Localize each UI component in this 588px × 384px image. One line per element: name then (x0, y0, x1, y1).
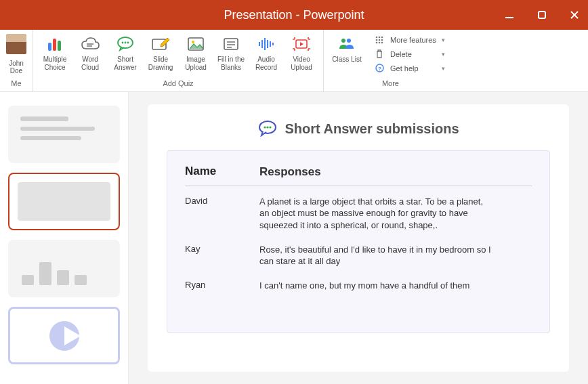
word-cloud-button[interactable]: Word Cloud (74, 33, 106, 77)
class-list-button[interactable]: Class List (329, 33, 364, 77)
short-answer-button[interactable]: Short Answer (109, 33, 142, 77)
pencil-slide-icon (151, 35, 170, 53)
audio-wave-icon (257, 35, 276, 53)
svg-rect-4 (48, 43, 51, 51)
window-title: Presentation - Powerpoint (224, 8, 364, 22)
svg-rect-1 (539, 12, 545, 18)
pie-chart-icon (49, 321, 79, 351)
responses-panel: Name Responses David A planet is a large… (167, 150, 550, 333)
speech-bubble-icon (257, 121, 278, 137)
form-lines-icon (222, 35, 240, 53)
slide-thumbnail-4[interactable] (8, 307, 120, 364)
slide-thumbnails (0, 92, 129, 384)
cloud-icon (81, 35, 100, 53)
svg-point-34 (381, 39, 383, 41)
video-icon (292, 35, 311, 53)
svg-point-29 (376, 37, 378, 39)
table-header: Name Responses (185, 165, 532, 186)
ribbon-group-me: John Doe Me (0, 30, 33, 91)
respondent-response: Rose, it's beautiful and I'd like to hav… (259, 244, 532, 268)
ribbon-group-quiz: Multiple Choice Word Cloud Short Answer … (33, 30, 323, 91)
table-row: David A planet is a large object that or… (185, 196, 532, 232)
multiple-choice-button[interactable]: Multiple Choice (39, 33, 71, 77)
title-bar: Presentation - Powerpoint (0, 0, 588, 30)
window-controls (503, 8, 581, 22)
slide-canvas: Short Answer submissions Name Responses … (129, 92, 588, 384)
svg-point-37 (381, 42, 383, 44)
svg-point-33 (379, 39, 381, 41)
close-button[interactable] (568, 8, 581, 22)
respondent-name: Kay (185, 244, 259, 254)
speech-bubble-icon (116, 35, 135, 53)
respondent-name: David (185, 196, 259, 206)
svg-rect-5 (53, 39, 56, 51)
svg-point-41 (264, 126, 266, 128)
user-avatar[interactable] (6, 34, 26, 54)
more-features-button[interactable]: More features ▾ (371, 34, 448, 46)
grid-icon (374, 36, 385, 44)
svg-point-11 (125, 42, 127, 44)
slide-thumbnail-3[interactable] (8, 240, 120, 297)
chevron-down-icon: ▾ (442, 51, 445, 58)
svg-point-28 (347, 39, 351, 43)
respondent-response: A planet is a large object that orbits a… (259, 196, 532, 232)
slide: Short Answer submissions Name Responses … (148, 104, 569, 372)
table-row: Ryan I can't name one, but my mom have a… (185, 280, 532, 292)
get-help-button[interactable]: ? Get help ▾ (371, 62, 448, 74)
ribbon-group-label-me: Me (11, 77, 21, 91)
svg-rect-6 (58, 41, 61, 51)
bar-chart-icon (46, 35, 64, 53)
svg-point-43 (270, 126, 272, 128)
svg-point-30 (379, 37, 381, 39)
column-header-name: Name (185, 165, 259, 180)
svg-text:?: ? (378, 66, 381, 72)
svg-point-27 (341, 39, 345, 43)
image-icon (187, 35, 205, 53)
video-upload-button[interactable]: Video Upload (285, 33, 318, 77)
column-header-responses: Responses (259, 165, 532, 180)
svg-point-12 (127, 42, 129, 44)
user-name: John Doe (5, 60, 27, 74)
respondent-response: I can't name one, but my mom have a hand… (259, 280, 532, 292)
svg-point-15 (192, 41, 194, 43)
slide-title: Short Answer submissions (285, 121, 459, 137)
table-row: Kay Rose, it's beautiful and I'd like to… (185, 244, 532, 268)
ribbon-group-label-more: More (329, 77, 452, 91)
audio-record-button[interactable]: Audio Record (250, 33, 282, 77)
ribbon-group-label-quiz: Add Quiz (39, 77, 318, 91)
slide-thumbnail-1[interactable] (8, 106, 120, 163)
minimize-button[interactable] (503, 8, 516, 22)
image-upload-button[interactable]: Image Upload (180, 33, 212, 77)
chevron-down-icon: ▾ (442, 65, 445, 72)
ribbon: John Doe Me Multiple Choice Word Cloud S… (0, 30, 588, 92)
chevron-down-icon: ▾ (442, 37, 445, 43)
svg-point-31 (381, 37, 383, 39)
maximize-button[interactable] (535, 8, 549, 22)
svg-point-35 (376, 42, 378, 44)
svg-point-42 (267, 126, 269, 128)
trash-icon (374, 49, 385, 58)
help-icon: ? (374, 64, 385, 72)
delete-button[interactable]: Delete ▾ (371, 47, 448, 60)
ribbon-group-more: Class List More features ▾ Delete ▾ ? Ge… (323, 30, 457, 91)
people-icon (337, 35, 356, 53)
slide-thumbnail-2[interactable] (8, 173, 120, 230)
svg-point-32 (376, 39, 378, 41)
slide-drawing-button[interactable]: Slide Drawing (144, 33, 177, 77)
workspace: Short Answer submissions Name Responses … (0, 92, 588, 384)
svg-point-36 (379, 42, 381, 44)
svg-point-10 (122, 42, 124, 44)
fill-blanks-button[interactable]: Fill in the Blanks (215, 33, 247, 77)
respondent-name: Ryan (185, 280, 259, 290)
